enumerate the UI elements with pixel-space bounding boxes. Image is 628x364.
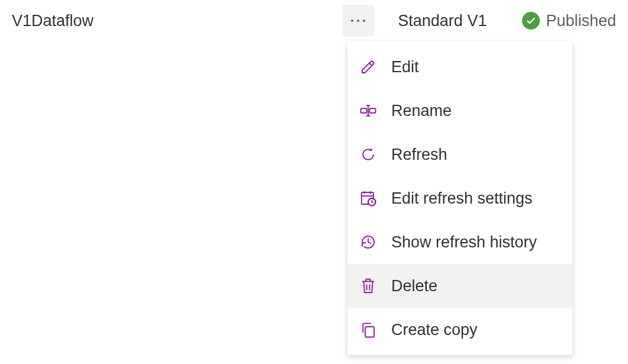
status-label: Published	[546, 12, 616, 30]
context-menu: Edit Rename Refresh	[347, 41, 572, 355]
calendar-clock-icon	[358, 188, 378, 208]
ellipsis-icon	[351, 20, 353, 22]
dataflow-name[interactable]: V1Dataflow	[12, 12, 94, 30]
menu-item-create-copy[interactable]: Create copy	[347, 308, 572, 352]
svg-line-0	[369, 63, 372, 66]
pencil-icon	[358, 57, 378, 77]
menu-item-label: Create copy	[391, 321, 478, 339]
checkmark-circle-icon	[522, 12, 540, 30]
menu-item-delete[interactable]: Delete	[347, 264, 572, 308]
menu-item-refresh[interactable]: Refresh	[347, 133, 572, 176]
refresh-icon	[358, 144, 378, 165]
rename-icon	[358, 101, 378, 121]
svg-rect-12	[365, 327, 374, 337]
menu-item-label: Show refresh history	[391, 233, 537, 252]
menu-item-show-refresh-history[interactable]: Show refresh history	[347, 220, 572, 264]
status-badge: Published	[522, 12, 616, 30]
menu-item-label: Rename	[391, 102, 452, 120]
menu-item-label: Refresh	[391, 146, 447, 164]
menu-item-edit[interactable]: Edit	[347, 45, 572, 89]
svg-rect-1	[361, 108, 367, 113]
menu-item-edit-refresh-settings[interactable]: Edit refresh settings	[347, 176, 572, 220]
menu-item-label: Edit	[391, 58, 419, 76]
menu-item-label: Delete	[391, 277, 437, 295]
dataflow-row: V1Dataflow Standard V1 Published	[0, 0, 628, 41]
svg-rect-2	[370, 108, 376, 113]
more-options-button[interactable]	[342, 5, 374, 37]
history-icon	[358, 232, 378, 252]
trash-icon	[358, 276, 378, 296]
menu-item-label: Edit refresh settings	[391, 189, 533, 208]
dataflow-type: Standard V1	[398, 12, 487, 30]
menu-item-rename[interactable]: Rename	[347, 89, 572, 133]
copy-icon	[358, 320, 378, 340]
